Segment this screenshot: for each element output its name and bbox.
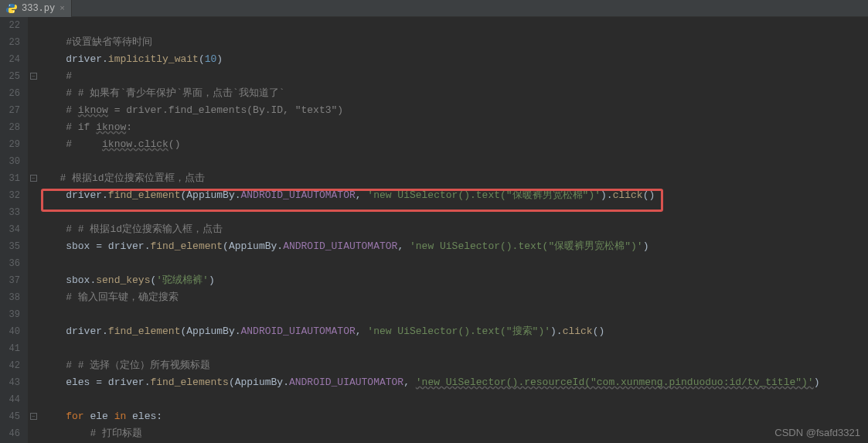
close-icon[interactable]: × — [60, 4, 65, 13]
line-number: 42 — [3, 357, 20, 374]
line-number: 23 — [3, 34, 20, 51]
svg-point-1 — [13, 11, 14, 12]
line-number-gutter: 2223242526272829303132333435363738394041… — [0, 17, 28, 443]
code-line: driver.find_element(AppiumBy.ANDROID_UIA… — [42, 187, 868, 204]
code-line — [42, 204, 868, 221]
code-area[interactable]: − − − #设置缺省等待时间 driver.implicitly_wait(1… — [28, 17, 868, 443]
code-line: # if iknow: — [42, 119, 868, 136]
code-line — [42, 340, 868, 357]
code-line: # 输入回车键，确定搜索 — [42, 289, 868, 306]
code-line: # iknow.click() — [42, 136, 868, 153]
code-line: # iknow = driver.find_elements(By.ID, "t… — [42, 102, 868, 119]
line-number: 25 — [3, 68, 20, 85]
code-line: # # 如果有`青少年保护`界面，点击`我知道了` — [42, 85, 868, 102]
code-line: # — [42, 68, 868, 85]
tab-filename: 333.py — [22, 3, 55, 14]
line-number: 35 — [3, 238, 20, 255]
watermark: CSDN @fsafd3321 — [774, 427, 860, 438]
code-line: sbox = driver.find_element(AppiumBy.ANDR… — [42, 238, 868, 255]
fold-marker-icon[interactable]: − — [30, 73, 37, 80]
line-number: 33 — [3, 204, 20, 221]
line-number: 37 — [3, 272, 20, 289]
tab-bar: 333.py × — [0, 0, 868, 17]
code-line: # 根据id定位搜索位置框，点击 — [42, 170, 868, 187]
line-number: 43 — [3, 374, 20, 391]
line-number: 39 — [3, 306, 20, 323]
code-line: eles = driver.find_elements(AppiumBy.AND… — [42, 374, 868, 391]
line-number: 27 — [3, 102, 20, 119]
line-number: 24 — [3, 51, 20, 68]
line-number: 40 — [3, 323, 20, 340]
code-line: # # 选择（定位）所有视频标题 — [42, 357, 868, 374]
line-number: 36 — [3, 255, 20, 272]
line-number: 28 — [3, 119, 20, 136]
code-line: sbox.send_keys('驼绒棉裤') — [42, 272, 868, 289]
line-number: 44 — [3, 391, 20, 408]
line-number: 29 — [3, 136, 20, 153]
svg-point-0 — [9, 5, 10, 5]
line-number: 41 — [3, 340, 20, 357]
fold-marker-icon[interactable]: − — [30, 175, 37, 182]
line-number: 34 — [3, 221, 20, 238]
python-file-icon — [6, 3, 17, 14]
file-tab[interactable]: 333.py × — [0, 0, 72, 17]
line-number: 45 — [3, 408, 20, 425]
line-number: 38 — [3, 289, 20, 306]
code-line — [42, 391, 868, 408]
code-line: driver.find_element(AppiumBy.ANDROID_UIA… — [42, 323, 868, 340]
fold-marker-icon[interactable]: − — [30, 413, 37, 420]
line-number: 30 — [3, 153, 20, 170]
line-number: 31 — [3, 170, 20, 187]
code-line: #设置缺省等待时间 — [42, 34, 868, 51]
code-line — [42, 255, 868, 272]
line-number: 32 — [3, 187, 20, 204]
code-line — [42, 17, 868, 34]
fold-column: − − − — [30, 17, 38, 443]
code-editor[interactable]: 2223242526272829303132333435363738394041… — [0, 17, 868, 443]
code-line — [42, 153, 868, 170]
line-number: 46 — [3, 425, 20, 442]
code-line — [42, 306, 868, 323]
code-line: # 打印标题 — [42, 425, 868, 442]
line-number: 22 — [3, 17, 20, 34]
code-line: driver.implicitly_wait(10) — [42, 51, 868, 68]
code-line: for ele in eles: — [42, 408, 868, 425]
line-number: 26 — [3, 85, 20, 102]
code-line: # # 根据id定位搜索输入框，点击 — [42, 221, 868, 238]
